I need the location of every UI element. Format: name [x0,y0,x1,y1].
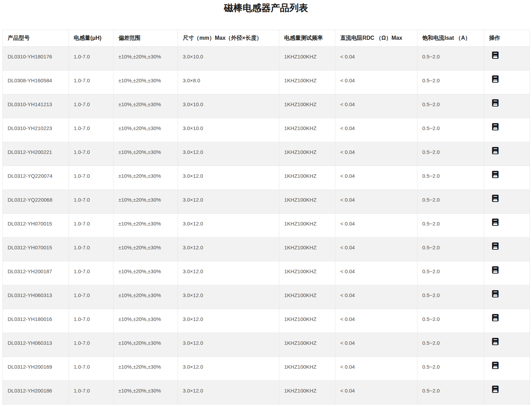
view-detail-button[interactable] [492,75,498,83]
cell-size: 3.0×10.0 [178,94,279,118]
cell-isat: 0.5~2.0 [417,47,484,71]
cell-model: DL0312-YH060313 [3,285,69,309]
view-detail-button[interactable] [492,195,498,202]
cell-inductance: 1.0-7.0 [69,381,114,405]
view-detail-button[interactable] [492,171,498,178]
view-detail-button[interactable] [492,290,498,297]
cell-rdc: < 0.04 [335,71,417,94]
product-table-container: 产品型号电感量(μH)偏差范围尺寸（mm）Max（外径×长度）电感量测试频率直流… [2,30,530,405]
document-icon [492,147,498,154]
cell-size: 3.0×12.0 [178,357,279,381]
cell-tolerance: ±10%,±20%,±30% [114,285,178,309]
page-title: 磁棒电感器产品列表 [0,3,532,13]
cell-size: 3.0×12.0 [178,285,279,309]
document-icon [492,195,498,202]
cell-isat: 0.5~2.0 [417,214,484,238]
cell-test_freq: 1KHZ100KHZ [279,71,335,94]
cell-isat: 0.5~2.0 [417,261,484,285]
view-detail-button[interactable] [492,123,498,130]
cell-tolerance: ±10%,±20%,±30% [114,238,178,261]
table-row: DL0312-YH0603131.0-7.0±10%,±20%,±30%3.0×… [3,285,530,309]
table-row: DL0310-YH2102231.0-7.0±10%,±20%,±30%3.0×… [3,118,530,142]
cell-tolerance: ±10%,±20%,±30% [114,118,178,142]
view-detail-button[interactable] [492,314,498,321]
cell-inductance: 1.0-7.0 [69,47,114,71]
column-header-tolerance: 偏差范围 [114,30,178,47]
cell-tolerance: ±10%,±20%,±30% [114,94,178,118]
cell-isat: 0.5~2.0 [417,381,484,405]
document-icon [492,123,498,130]
cell-tolerance: ±10%,±20%,±30% [114,357,178,381]
column-header-size: 尺寸（mm）Max（外径×长度） [178,30,279,47]
cell-rdc: < 0.04 [335,47,417,71]
cell-test_freq: 1KHZ100KHZ [279,118,335,142]
cell-inductance: 1.0-7.0 [69,261,114,285]
view-detail-button[interactable] [492,99,498,107]
table-row: DL0312-YH2001691.0-7.0±10%,±20%,±30%3.0×… [3,357,530,381]
cell-rdc: < 0.04 [335,381,417,405]
view-detail-button[interactable] [492,147,498,154]
cell-test_freq: 1KHZ100KHZ [279,47,335,71]
view-detail-button[interactable] [492,52,498,59]
cell-size: 3.0×12.0 [178,381,279,405]
cell-rdc: < 0.04 [335,190,417,214]
cell-inductance: 1.0-7.0 [69,333,114,357]
cell-test_freq: 1KHZ100KHZ [279,214,335,238]
cell-test_freq: 1KHZ100KHZ [279,166,335,190]
cell-isat: 0.5~2.0 [417,71,484,94]
cell-model: DL0308-YH160584 [3,71,69,94]
cell-test_freq: 1KHZ100KHZ [279,261,335,285]
cell-action [484,71,530,94]
cell-model: DL0312-YH200169 [3,357,69,381]
view-detail-button[interactable] [492,338,498,345]
table-row: DL0312-YH2001861.0-7.0±10%,±20%,±30%3.0×… [3,381,530,405]
view-detail-button[interactable] [492,242,498,250]
view-detail-button[interactable] [492,219,498,226]
cell-tolerance: ±10%,±20%,±30% [114,214,178,238]
view-detail-button[interactable] [492,362,498,369]
cell-isat: 0.5~2.0 [417,357,484,381]
document-icon [492,338,498,345]
cell-rdc: < 0.04 [335,261,417,285]
cell-size: 3.0×12.0 [178,238,279,261]
cell-tolerance: ±10%,±20%,±30% [114,166,178,190]
document-icon [492,99,498,107]
cell-model: DL0312-YH200187 [3,261,69,285]
cell-action [484,214,530,238]
cell-size: 3.0×12.0 [178,214,279,238]
product-table: 产品型号电感量(μH)偏差范围尺寸（mm）Max（外径×长度）电感量测试频率直流… [2,30,530,405]
cell-size: 3.0×8.0 [178,71,279,94]
cell-inductance: 1.0-7.0 [69,94,114,118]
cell-test_freq: 1KHZ100KHZ [279,381,335,405]
table-row: DL0310-YH1412131.0-7.0±10%,±20%,±30%3.0×… [3,94,530,118]
cell-tolerance: ±10%,±20%,±30% [114,47,178,71]
view-detail-button[interactable] [492,266,498,274]
cell-tolerance: ±10%,±20%,±30% [114,309,178,333]
cell-inductance: 1.0-7.0 [69,285,114,309]
cell-action [484,238,530,261]
cell-rdc: < 0.04 [335,118,417,142]
cell-action [484,142,530,166]
column-header-action: 操作 [484,30,530,47]
cell-isat: 0.5~2.0 [417,118,484,142]
cell-test_freq: 1KHZ100KHZ [279,94,335,118]
cell-isat: 0.5~2.0 [417,238,484,261]
cell-size: 3.0×12.0 [178,190,279,214]
cell-size: 3.0×12.0 [178,309,279,333]
cell-model: DL0312-YQ220074 [3,166,69,190]
cell-model: DL0312-YH200221 [3,142,69,166]
cell-inductance: 1.0-7.0 [69,142,114,166]
document-icon [492,290,498,297]
cell-isat: 0.5~2.0 [417,166,484,190]
table-header-row: 产品型号电感量(μH)偏差范围尺寸（mm）Max（外径×长度）电感量测试频率直流… [3,30,530,47]
cell-isat: 0.5~2.0 [417,142,484,166]
cell-action [484,261,530,285]
document-icon [492,242,498,250]
cell-test_freq: 1KHZ100KHZ [279,285,335,309]
cell-rdc: < 0.04 [335,214,417,238]
document-icon [492,219,498,226]
table-row: DL0312-YH0700151.0-7.0±10%,±20%,±30%3.0×… [3,214,530,238]
view-detail-button[interactable] [492,386,498,393]
cell-action [484,309,530,333]
cell-action [484,94,530,118]
